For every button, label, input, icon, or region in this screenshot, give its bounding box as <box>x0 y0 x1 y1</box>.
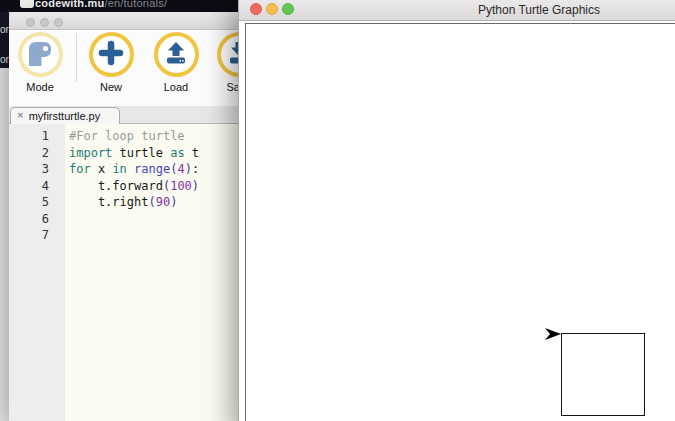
toolbar-separator <box>76 34 77 82</box>
line-number: 1 <box>9 128 49 145</box>
turtle-graphics-window: Python Turtle Graphics <box>238 0 675 421</box>
window-title: Python Turtle Graphics <box>478 3 600 17</box>
code-line <box>69 211 241 228</box>
new-button-ring <box>89 32 134 77</box>
load-button-label: Load <box>146 81 206 93</box>
browser-topbar: codewith.mu/en/tutorials/ <box>0 0 240 12</box>
code-line <box>69 227 241 244</box>
new-button[interactable]: New <box>81 32 141 102</box>
turtle-cursor-icon <box>545 327 562 345</box>
tab-bar: ✕ myfirstturtle.py <box>9 106 241 124</box>
browser-url-domain: codewith.mu <box>35 0 104 9</box>
tab-filename: myfirstturtle.py <box>29 110 101 122</box>
line-number: 2 <box>9 145 49 162</box>
code-line: t.right(90) <box>69 194 241 211</box>
upload-icon <box>163 40 189 70</box>
mu-editor-window: Mode New <box>9 12 241 421</box>
mode-button[interactable]: Mode <box>10 32 70 102</box>
tab-myfirstturtle[interactable]: ✕ myfirstturtle.py <box>10 107 120 124</box>
window-control-dot-minimize[interactable] <box>40 18 49 27</box>
sidebar-text-fragment: or <box>0 25 9 35</box>
turtle-titlebar[interactable]: Python Turtle Graphics <box>239 0 675 21</box>
mode-button-label: Mode <box>10 81 70 93</box>
line-number: 6 <box>9 211 49 228</box>
line-number: 7 <box>9 227 49 244</box>
plus-icon <box>98 40 124 70</box>
browser-url[interactable]: codewith.mu/en/tutorials/ <box>35 0 167 9</box>
browser-left-strip: or or <box>0 12 9 68</box>
close-icon[interactable]: ✕ <box>17 112 24 120</box>
turtle-square-drawing <box>561 333 645 416</box>
mu-toolbar: Mode New <box>9 30 241 106</box>
close-traffic-light-icon[interactable] <box>250 3 262 15</box>
code-line: for x in range(4): <box>69 161 241 178</box>
mode-button-ring <box>18 32 63 77</box>
sidebar-text-fragment: or <box>0 55 9 65</box>
minimize-traffic-light-icon[interactable] <box>266 3 278 15</box>
line-number: 4 <box>9 178 49 195</box>
turtle-canvas <box>245 23 675 421</box>
browser-tab-fragment[interactable] <box>20 0 34 8</box>
code-line: t.forward(100) <box>69 178 241 195</box>
new-button-label: New <box>81 81 141 93</box>
load-button[interactable]: Load <box>146 32 206 102</box>
window-control-dot-zoom[interactable] <box>54 18 63 27</box>
code-editor[interactable]: 1234567 #For loop turtleimport turtle as… <box>9 124 241 421</box>
browser-url-path: /en/tutorials/ <box>104 0 167 9</box>
line-number: 5 <box>9 194 49 211</box>
window-control-dot-close[interactable] <box>26 18 35 27</box>
mu-titlebar[interactable] <box>9 12 241 30</box>
line-number-gutter: 1234567 <box>9 124 65 421</box>
code-line: #For loop turtle <box>69 128 241 145</box>
code-line: import turtle as t <box>69 145 241 162</box>
mu-logo-icon <box>27 40 53 70</box>
line-number: 3 <box>9 161 49 178</box>
zoom-traffic-light-icon[interactable] <box>282 3 294 15</box>
code-pane[interactable]: #For loop turtleimport turtle as tfor x … <box>65 124 241 421</box>
load-button-ring <box>154 32 199 77</box>
